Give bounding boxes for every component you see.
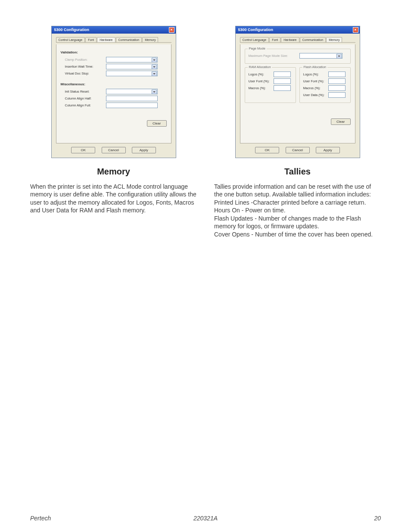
flash-logos-label: Logos (%):: [303, 72, 328, 76]
flash-macros-label: Macros (%):: [303, 86, 328, 90]
ok-button[interactable]: OK: [255, 147, 279, 153]
tallies-heading: Tallies: [214, 167, 381, 177]
page-mode-legend: Page Mode: [248, 47, 267, 50]
tab-control-language[interactable]: Control Language: [240, 37, 269, 42]
apply-button[interactable]: Apply: [316, 147, 340, 153]
col-align-half-input[interactable]: [106, 96, 158, 101]
tab-communication[interactable]: Communication: [300, 37, 326, 42]
col-align-full-input[interactable]: [106, 103, 158, 108]
page-mode-group: Page Mode Maximum Page Mode Size:: [245, 49, 351, 64]
ram-userfont-label: User Font (%):: [249, 79, 274, 83]
clamp-position-dropdown[interactable]: [106, 57, 158, 62]
dialog-titlebar: 5300 Configuration ×: [236, 26, 360, 34]
clamp-position-label: Clamp Position:: [65, 58, 106, 62]
apply-button[interactable]: Apply: [132, 147, 156, 153]
misc-heading: Miscellaneous:: [61, 82, 167, 86]
memory-body: When the printer is set into the ACL Mod…: [30, 183, 197, 215]
tab-communication[interactable]: Communication: [116, 37, 142, 42]
flash-legend: Flash Allocation: [302, 65, 328, 69]
init-status-reset-label: Init Status Reset:: [65, 90, 106, 93]
tab-strip: Control Language Font Hardware Communica…: [56, 37, 171, 43]
ram-allocation-group: RAM Allocation Logos (%): User Font (%):…: [245, 67, 296, 103]
tallies-intro: Tallies provide information and can be r…: [214, 183, 371, 198]
tab-strip: Control Language Font Hardware Communica…: [240, 37, 355, 43]
dialog-title: 5300 Configuration: [54, 28, 90, 32]
memory-dialog: 5300 Configuration × Control Language Fo…: [51, 26, 176, 158]
tab-control-language[interactable]: Control Language: [56, 37, 85, 42]
ram-macros-label: Macros (%):: [249, 86, 274, 90]
max-page-mode-size-dropdown[interactable]: [299, 53, 342, 59]
cancel-button[interactable]: Cancel: [286, 147, 310, 153]
dialog-title: 5300 Configuration: [238, 28, 274, 32]
page-footer: Pertech 220321A 20: [30, 515, 381, 522]
insertion-wait-dropdown[interactable]: [106, 64, 158, 69]
insertion-wait-label: Insertion Wait Time:: [65, 65, 106, 68]
flash-userfont-label: User Font (%):: [303, 79, 328, 83]
tab-font[interactable]: Font: [269, 37, 280, 42]
close-icon[interactable]: ×: [169, 27, 174, 33]
clear-button[interactable]: Clear: [147, 120, 167, 127]
tab-hardware[interactable]: Hardware: [97, 37, 115, 42]
flash-userdata-input[interactable]: [328, 92, 346, 98]
tab-panel-hardware: Validation: Clamp Position: Insertion Wa…: [56, 44, 171, 143]
flash-allocation-group: Flash Allocation Logos (%): User Font (%…: [299, 67, 351, 103]
virtual-doc-stop-dropdown[interactable]: [106, 71, 158, 76]
ram-legend: RAM Allocation: [248, 65, 272, 69]
col-align-full-label: Column Align Full:: [65, 103, 106, 107]
tallies-hours-on: Hours On - Power on time.: [214, 207, 286, 214]
tallies-dialog: 5300 Configuration × Control Language Fo…: [235, 26, 360, 158]
virtual-doc-stop-label: Virtual Doc Stop:: [65, 72, 106, 75]
ram-userfont-input[interactable]: [274, 78, 291, 84]
ram-logos-label: Logos (%):: [249, 72, 274, 76]
tab-hardware[interactable]: Hardware: [281, 37, 299, 42]
tallies-body: Tallies provide information and can be r…: [214, 183, 381, 238]
flash-logos-input[interactable]: [328, 72, 346, 77]
footer-left: Pertech: [30, 515, 147, 522]
tallies-cover-opens: Cover Opens - Number of time the cover h…: [214, 231, 373, 238]
col-align-half-label: Column Align Half:: [65, 96, 106, 100]
tab-memory[interactable]: Memory: [142, 37, 158, 42]
max-page-mode-size-label: Maximum Page Mode Size:: [249, 54, 299, 58]
validation-heading: Validation:: [61, 50, 167, 54]
init-status-reset-dropdown[interactable]: [106, 89, 158, 94]
ram-logos-input[interactable]: [274, 72, 291, 77]
tab-font[interactable]: Font: [85, 37, 97, 42]
tallies-printed-lines: Printed Lines -Character printed before …: [214, 199, 366, 206]
close-icon[interactable]: ×: [353, 27, 358, 33]
ram-macros-input[interactable]: [274, 85, 291, 91]
tab-panel-memory: Page Mode Maximum Page Mode Size: RAM Al…: [240, 44, 355, 143]
tallies-flash-updates: Flash Updates - Number of changes made t…: [214, 215, 361, 230]
memory-heading: Memory: [30, 167, 197, 177]
clear-button[interactable]: Clear: [331, 118, 351, 125]
flash-userfont-input[interactable]: [328, 78, 346, 84]
ok-button[interactable]: OK: [71, 147, 95, 153]
flash-macros-input[interactable]: [328, 85, 346, 91]
flash-userdata-label: User Data (%):: [303, 93, 328, 97]
footer-right: 20: [264, 515, 381, 522]
cancel-button[interactable]: Cancel: [102, 147, 126, 153]
tab-memory[interactable]: Memory: [326, 37, 342, 42]
footer-center: 220321A: [147, 515, 264, 522]
dialog-titlebar: 5300 Configuration ×: [52, 26, 176, 34]
